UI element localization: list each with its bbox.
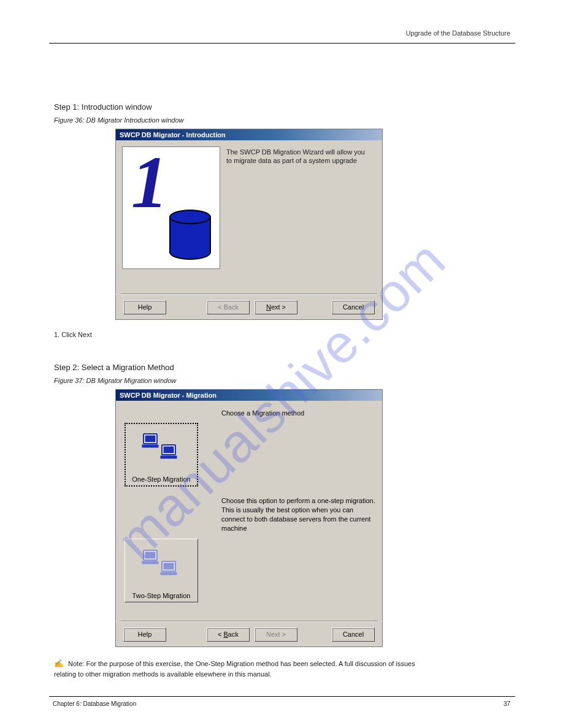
back-button[interactable]: < Back: [207, 300, 250, 314]
section-1-title: Step 1: Introduction window: [54, 102, 514, 112]
svg-rect-10: [164, 563, 174, 569]
page-header-right: Upgrade of the Database Structure: [405, 29, 510, 37]
svg-rect-8: [142, 561, 158, 564]
step1-instruction: 1. Click Next: [54, 331, 514, 338]
figure-36-caption: Figure 36: DB Migrator Introduction wind…: [54, 116, 514, 124]
svg-rect-7: [145, 552, 155, 558]
dialog1-title: SWCP DB Migrator - Introduction: [120, 131, 226, 138]
number-one-graphic: 1: [131, 153, 168, 212]
one-step-label: One-Step Migration: [126, 476, 197, 483]
intro-graphic: 1: [122, 146, 220, 269]
dialog-introduction: SWCP DB Migrator - Introduction 1 The SW…: [115, 129, 383, 320]
dialog1-body-text: The SWCP DB Migration Wizard will allow …: [226, 146, 370, 165]
section-2-title: Step 2: Select a Migration Method: [54, 363, 514, 372]
cancel-button[interactable]: Cancel: [332, 300, 375, 314]
two-computers-faded-icon: [140, 548, 183, 581]
svg-rect-11: [161, 572, 177, 575]
two-step-label: Two-Step Migration: [125, 592, 197, 599]
dialog2-title: SWCP DB Migrator - Migration: [120, 392, 216, 399]
two-computers-icon: [140, 431, 183, 464]
dialog2-titlebar: SWCP DB Migrator - Migration: [116, 390, 382, 401]
database-cylinder-icon: [169, 210, 211, 264]
next-button[interactable]: Next >: [255, 300, 297, 314]
footer-left: Chapter 6: Database Migration: [53, 700, 136, 707]
note-text: Note: For the purpose of this exercise, …: [54, 660, 415, 678]
figure-37-caption: Figure 37: DB Migrator Migration window: [54, 377, 514, 384]
help-button[interactable]: Help: [123, 628, 166, 642]
footer-rule: [49, 696, 515, 697]
note-paragraph: ✍ Note: For the purpose of this exercise…: [54, 658, 434, 680]
svg-rect-5: [161, 456, 177, 458]
footer-page-number: 37: [504, 700, 510, 707]
one-step-migration-option[interactable]: One-Step Migration: [124, 423, 198, 487]
svg-rect-4: [164, 447, 174, 453]
next-button[interactable]: Next >: [255, 628, 297, 642]
dialog-migration: SWCP DB Migrator - Migration Choose a Mi…: [115, 389, 383, 647]
back-button[interactable]: < Back: [207, 628, 250, 642]
help-button[interactable]: Help: [123, 300, 166, 314]
svg-rect-2: [142, 445, 158, 447]
dialog1-titlebar: SWCP DB Migrator - Introduction: [116, 129, 382, 140]
migration-prompt: Choose a Migration method: [221, 409, 375, 417]
cancel-button[interactable]: Cancel: [332, 628, 375, 642]
svg-rect-1: [145, 436, 155, 442]
migration-description: Choose this option to perform a one-step…: [221, 496, 378, 533]
two-step-migration-option[interactable]: Two-Step Migration: [124, 539, 198, 602]
note-icon: ✍: [54, 659, 64, 668]
